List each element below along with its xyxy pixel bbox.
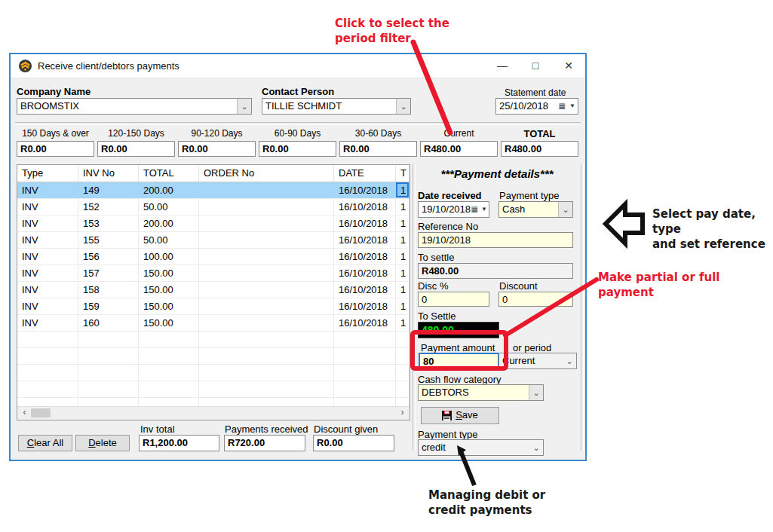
aging-label: TOTAL (501, 128, 578, 139)
clear-all-button[interactable]: Clear All (18, 435, 72, 451)
column-header[interactable]: Type (17, 165, 78, 182)
table-cell: 16/10/2018 (334, 182, 396, 198)
table-cell: 16/10/2018 (334, 315, 396, 331)
screenshot-canvas: Receive client/debtors payments — □ ✕ Co… (0, 0, 773, 532)
scroll-right-icon[interactable]: › (396, 407, 409, 419)
invoice-table-header: TypeINV NoTOTALORDER NoDATET (17, 165, 410, 182)
table-row[interactable]: INV158150.0016/10/20181 (17, 282, 410, 298)
close-button[interactable]: ✕ (552, 54, 585, 77)
table-cell (199, 381, 334, 397)
calendar-icon: ▦ (559, 99, 566, 114)
scrollbar-thumb[interactable] (31, 408, 51, 417)
table-row[interactable] (17, 365, 410, 381)
aging-row: 150 Days & overR0.00120-150 DaysR0.0090-… (17, 128, 578, 157)
table-row[interactable]: INV15250.0016/10/20181 (17, 199, 410, 216)
horizontal-scrollbar[interactable]: ‹ › (17, 406, 410, 420)
aging-column: CurrentR480.00 (420, 128, 498, 157)
table-cell: INV (17, 216, 78, 231)
statement-date-picker[interactable]: 25/10/2018 ▦ ▼ (495, 98, 578, 115)
delete-button[interactable]: Delete (75, 435, 130, 451)
minimize-button[interactable]: — (486, 54, 519, 77)
table-row[interactable]: INV157150.0016/10/20181 (17, 265, 410, 282)
table-cell (396, 348, 410, 364)
aging-column: 90-120 DaysR0.00 (178, 128, 256, 157)
table-cell (199, 348, 334, 364)
table-row[interactable]: INV149200.0016/10/20181 (17, 182, 410, 199)
chevron-down-icon[interactable]: ⌄ (529, 440, 543, 455)
aging-value: R0.00 (259, 141, 336, 157)
table-cell: INV (17, 265, 78, 281)
reference-no-input[interactable]: 19/10/2018 (418, 232, 573, 248)
chevron-down-icon[interactable]: ⌄ (529, 385, 543, 400)
table-cell (199, 199, 334, 215)
chevron-down-icon[interactable]: ⌄ (563, 353, 576, 368)
table-cell: 200.00 (139, 182, 199, 198)
disc-percent-input[interactable]: 0 (418, 292, 489, 307)
aging-label: Current (420, 128, 498, 139)
column-header[interactable]: ORDER No (199, 165, 334, 182)
column-header[interactable]: INV No (78, 165, 139, 182)
table-cell: INV (17, 315, 78, 331)
table-cell: 156 (78, 249, 139, 264)
table-cell: 1 (396, 182, 410, 198)
date-received-value: 19/10/2018 (422, 203, 471, 215)
debit-credit-combobox[interactable]: credit ⌄ (418, 439, 544, 456)
table-cell: 158 (78, 282, 139, 298)
chevron-down-icon[interactable]: ⌄ (396, 99, 410, 114)
chevron-down-icon[interactable]: ⌄ (558, 202, 572, 217)
table-cell: 150.00 (139, 315, 199, 331)
maximize-button[interactable]: □ (519, 54, 552, 77)
table-cell (396, 365, 410, 381)
table-row[interactable] (17, 332, 410, 348)
table-cell: 153 (78, 216, 139, 231)
table-row[interactable] (17, 348, 410, 365)
table-row[interactable]: INV160150.0016/10/20181 (17, 315, 410, 332)
column-header[interactable]: TOTAL (139, 165, 199, 182)
table-row[interactable]: INV159150.0016/10/20181 (17, 298, 410, 315)
chevron-down-icon[interactable]: ⌄ (237, 99, 251, 114)
period-filter-value: Current (502, 355, 535, 366)
aging-column: 150 Days & overR0.00 (17, 128, 94, 157)
company-name-combobox[interactable]: BROOMSTIX ⌄ (17, 98, 252, 115)
debit-credit-value: credit (422, 442, 446, 453)
table-cell: INV (17, 232, 78, 248)
table-row[interactable]: INV156100.0016/10/20181 (17, 249, 410, 265)
annotation-partial-payment: Make partial or full payment (598, 270, 719, 300)
table-cell: 159 (78, 298, 139, 314)
table-row[interactable]: INV153200.0016/10/20181 (17, 216, 410, 232)
drop-arrow-icon[interactable]: ▼ (569, 99, 575, 114)
date-received-picker[interactable]: 19/10/2018 ▦ ▼ (418, 201, 489, 218)
scroll-left-icon[interactable]: ‹ (18, 407, 31, 419)
aging-value: R0.00 (17, 141, 94, 157)
table-cell: 149 (78, 182, 139, 198)
panel-separator (413, 164, 416, 451)
table-cell (334, 381, 396, 397)
period-filter-combobox[interactable]: Current ⌄ (498, 353, 577, 369)
payment-amount-label: Payment amount (421, 342, 495, 353)
cashflow-category-combobox[interactable]: DEBTORS ⌄ (418, 384, 544, 401)
contact-person-combobox[interactable]: TILLIE SCHMIDT ⌄ (262, 98, 411, 115)
aging-value: R0.00 (178, 141, 256, 157)
payment-amount-input[interactable]: 80 (419, 353, 499, 370)
discount-given-label: Discount given (314, 423, 378, 435)
table-cell: 150.00 (139, 265, 199, 281)
period-filter-label: or period (513, 342, 551, 353)
discount-input[interactable]: 0 (498, 292, 573, 307)
table-cell (199, 315, 334, 331)
payment-type-combobox[interactable]: Cash ⌄ (498, 201, 573, 218)
to-settle2-label: To Settle (418, 310, 456, 322)
table-cell: 150.00 (139, 282, 199, 298)
table-row[interactable] (17, 381, 410, 398)
column-header[interactable]: DATE (334, 165, 396, 182)
disc-percent-label: Disc % (418, 280, 448, 292)
table-row[interactable]: INV15550.0016/10/20181 (17, 232, 410, 249)
invoice-table[interactable]: TypeINV NoTOTALORDER NoDATET INV149200.0… (17, 164, 410, 420)
payments-received-label: Payments received (225, 423, 308, 435)
save-button[interactable]: Save (421, 407, 499, 424)
column-header[interactable]: T (396, 165, 410, 182)
table-cell: 155 (78, 232, 139, 248)
cashflow-category-value: DEBTORS (422, 387, 469, 398)
drop-arrow-icon[interactable]: ▼ (481, 202, 487, 217)
aging-column: TOTALR480.00 (501, 128, 578, 157)
aging-column: 120-150 DaysR0.00 (97, 128, 175, 157)
